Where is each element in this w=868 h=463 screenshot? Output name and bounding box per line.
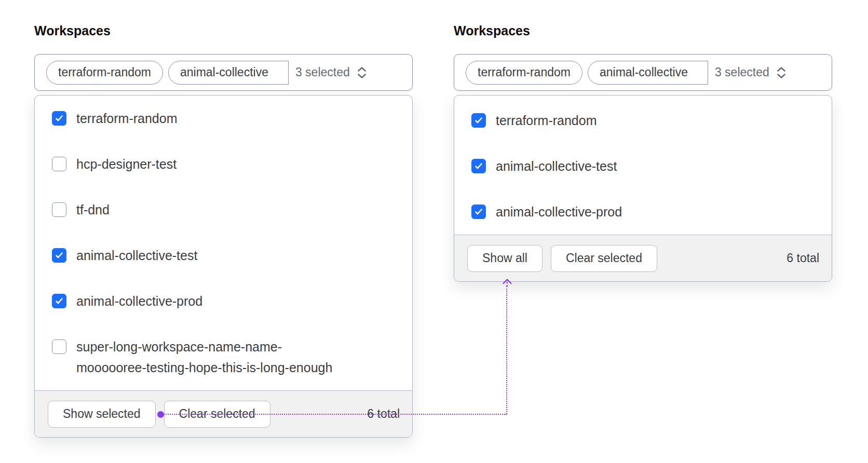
option-label: terraform-random: [496, 110, 597, 131]
option-row[interactable]: animal-collective-test: [35, 233, 412, 278]
check-icon: [474, 207, 483, 216]
total-count-label: 6 total: [786, 251, 819, 265]
selected-tag: terraform-random: [466, 61, 582, 85]
checkbox[interactable]: [52, 157, 66, 171]
checkbox[interactable]: [471, 113, 486, 128]
check-icon: [55, 114, 64, 123]
selection-count-label: 3 selected: [715, 65, 769, 79]
checkbox[interactable]: [52, 294, 66, 308]
option-label: terraform-random: [76, 108, 178, 129]
option-row[interactable]: super-long-workspace-name-name- mooooore…: [35, 324, 412, 390]
option-label: animal-collective-prod: [496, 201, 622, 222]
option-label: tf-dnd: [76, 199, 110, 220]
checkbox[interactable]: [52, 248, 66, 263]
check-icon: [474, 161, 483, 171]
selected-tag: terraform-random: [46, 61, 163, 85]
workspaces-multiselect-expanded: Workspaces terraform-random animal-colle…: [34, 23, 413, 438]
multiselect-trigger[interactable]: terraform-random animal-collective 3 sel…: [34, 54, 413, 91]
check-icon: [55, 296, 64, 306]
options-dropdown: terraform-random hcp-designer-test tf-dn…: [34, 95, 413, 438]
check-icon: [55, 251, 64, 260]
checkbox[interactable]: [471, 205, 486, 219]
option-label: super-long-workspace-name-name- mooooore…: [76, 336, 332, 378]
option-row[interactable]: terraform-random: [454, 98, 832, 143]
show-selected-button[interactable]: Show selected: [48, 401, 156, 428]
field-label: Workspaces: [34, 23, 413, 38]
options-list: terraform-random hcp-designer-test tf-dn…: [35, 96, 412, 390]
checkbox[interactable]: [471, 159, 486, 173]
option-row[interactable]: animal-collective-test: [454, 143, 832, 189]
option-label: animal-collective-test: [76, 245, 197, 266]
options-dropdown: terraform-random animal-collective-test …: [454, 95, 832, 282]
clear-selected-button[interactable]: Clear selected: [551, 245, 657, 272]
clear-selected-button[interactable]: Clear selected: [164, 401, 270, 428]
check-icon: [474, 116, 483, 125]
options-list: terraform-random animal-collective-test …: [454, 96, 832, 235]
chevron-sort-icon: [356, 65, 368, 80]
option-row[interactable]: animal-collective-prod: [454, 189, 832, 235]
field-label: Workspaces: [454, 23, 832, 38]
canvas: Workspaces terraform-random animal-colle…: [0, 0, 868, 463]
workspaces-multiselect-filtered: Workspaces terraform-random animal-colle…: [454, 23, 832, 282]
option-row[interactable]: tf-dnd: [35, 187, 412, 233]
option-label: hcp-designer-test: [76, 154, 177, 174]
option-label: animal-collective-test: [496, 156, 617, 176]
chevron-sort-icon: [776, 65, 787, 80]
selection-count-label: 3 selected: [295, 65, 350, 79]
multiselect-trigger[interactable]: terraform-random animal-collective 3 sel…: [454, 54, 832, 91]
option-label: animal-collective-prod: [76, 291, 202, 311]
selected-tag-clipped: animal-collective: [588, 61, 708, 85]
dropdown-footer: Show all Clear selected 6 total: [454, 235, 832, 281]
option-row[interactable]: hcp-designer-test: [35, 141, 412, 187]
selected-tag-clipped: animal-collective: [168, 61, 289, 85]
total-count-label: 6 total: [367, 407, 400, 421]
dropdown-footer: Show selected Clear selected 6 total: [35, 390, 412, 437]
checkbox[interactable]: [52, 339, 66, 354]
connector-line-vertical: [506, 286, 507, 414]
option-row[interactable]: terraform-random: [35, 96, 412, 141]
option-row[interactable]: animal-collective-prod: [35, 278, 412, 324]
checkbox[interactable]: [52, 202, 66, 217]
checkbox[interactable]: [52, 111, 66, 126]
show-all-button[interactable]: Show all: [467, 245, 542, 272]
